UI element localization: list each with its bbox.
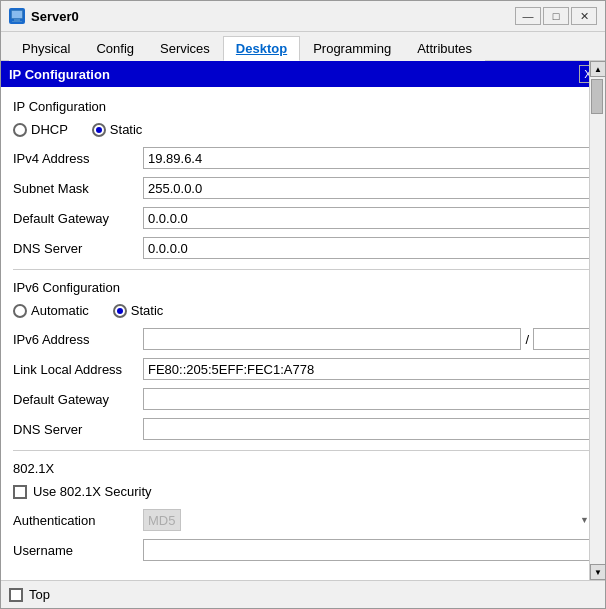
main-window: Server0 — □ ✕ Physical Config Services D… <box>0 0 606 609</box>
ipv6-default-gateway-label: Default Gateway <box>13 392 143 407</box>
ipv6-default-gateway-row: Default Gateway <box>13 388 593 410</box>
ip-config-subtitle: IP Configuration <box>13 99 593 114</box>
ipv6-dns-server-label: DNS Server <box>13 422 143 437</box>
dhcp-radio-circle <box>13 123 27 137</box>
authentication-select-wrapper: MD5 <box>143 509 593 531</box>
scrollbar: ▲ ▼ <box>589 61 605 580</box>
divider-1 <box>13 269 593 270</box>
tab-bar: Physical Config Services Desktop Program… <box>1 32 605 61</box>
title-bar: Server0 — □ ✕ <box>1 1 605 32</box>
ipv6-static-radio[interactable]: Static <box>113 303 164 318</box>
link-local-address-row: Link Local Address <box>13 358 593 380</box>
tab-desktop[interactable]: Desktop <box>223 36 300 61</box>
ipv6-address-prefix-input[interactable] <box>143 328 521 350</box>
svg-rect-1 <box>14 19 20 21</box>
window-title: Server0 <box>31 9 79 24</box>
ipv6-config-title: IPv6 Configuration <box>13 280 593 295</box>
app-icon <box>9 8 25 24</box>
username-input[interactable] <box>143 539 593 561</box>
dns-server-input[interactable] <box>143 237 593 259</box>
tab-config[interactable]: Config <box>83 36 147 61</box>
ipv6-slash: / <box>525 332 529 347</box>
title-bar-left: Server0 <box>9 8 79 24</box>
dot1x-title: 802.1X <box>13 461 593 476</box>
scrollbar-thumb[interactable] <box>591 79 603 114</box>
scroll-container: IP Configuration X IP Configuration DHCP… <box>1 61 605 580</box>
inner-content: IP Configuration DHCP Static IPv4 Addres… <box>1 87 605 577</box>
authentication-row: Authentication MD5 <box>13 509 593 531</box>
default-gateway-row: Default Gateway <box>13 207 593 229</box>
static-label: Static <box>110 122 143 137</box>
ipv6-static-label: Static <box>131 303 164 318</box>
use-dot1x-row: Use 802.1X Security <box>13 484 593 499</box>
subnet-mask-input[interactable] <box>143 177 593 199</box>
username-row: Username <box>13 539 593 561</box>
window-controls: — □ ✕ <box>515 7 597 25</box>
dhcp-label: DHCP <box>31 122 68 137</box>
scrollbar-up-button[interactable]: ▲ <box>590 61 605 77</box>
tab-attributes[interactable]: Attributes <box>404 36 485 61</box>
dns-server-label: DNS Server <box>13 241 143 256</box>
username-label: Username <box>13 543 143 558</box>
dot1x-section: 802.1X Use 802.1X Security Authenticatio… <box>13 461 593 561</box>
default-gateway-input[interactable] <box>143 207 593 229</box>
dhcp-radio[interactable]: DHCP <box>13 122 68 137</box>
ipv6-dns-server-row: DNS Server <box>13 418 593 440</box>
ipv6-address-label: IPv6 Address <box>13 332 143 347</box>
subnet-mask-label: Subnet Mask <box>13 181 143 196</box>
ipv4-address-label: IPv4 Address <box>13 151 143 166</box>
ipv4-mode-radio-group: DHCP Static <box>13 122 593 137</box>
bottom-label: Top <box>29 587 50 602</box>
tab-programming[interactable]: Programming <box>300 36 404 61</box>
ipv6-static-radio-circle <box>113 304 127 318</box>
bottom-checkbox[interactable] <box>9 588 23 602</box>
maximize-button[interactable]: □ <box>543 7 569 25</box>
ipv6-mode-radio-group: Automatic Static <box>13 303 593 318</box>
tab-physical[interactable]: Physical <box>9 36 83 61</box>
dns-server-row: DNS Server <box>13 237 593 259</box>
authentication-select[interactable]: MD5 <box>143 509 181 531</box>
close-button[interactable]: ✕ <box>571 7 597 25</box>
ipv4-address-row: IPv4 Address <box>13 147 593 169</box>
main-content: IP Configuration X IP Configuration DHCP… <box>1 61 605 580</box>
link-local-address-input[interactable] <box>143 358 593 380</box>
static-radio-circle <box>92 123 106 137</box>
minimize-button[interactable]: — <box>515 7 541 25</box>
static-radio[interactable]: Static <box>92 122 143 137</box>
tab-services[interactable]: Services <box>147 36 223 61</box>
ipv6-automatic-radio-circle <box>13 304 27 318</box>
section-header-text: IP Configuration <box>9 67 110 82</box>
ipv6-address-suffix-input[interactable] <box>533 328 593 350</box>
section-header: IP Configuration X <box>1 61 605 87</box>
ipv4-address-input[interactable] <box>143 147 593 169</box>
use-dot1x-checkbox[interactable] <box>13 485 27 499</box>
ipv6-address-row: IPv6 Address / <box>13 328 593 350</box>
ipv6-dns-server-input[interactable] <box>143 418 593 440</box>
ipv6-automatic-label: Automatic <box>31 303 89 318</box>
default-gateway-label: Default Gateway <box>13 211 143 226</box>
svg-rect-2 <box>12 21 22 22</box>
divider-2 <box>13 450 593 451</box>
subnet-mask-row: Subnet Mask <box>13 177 593 199</box>
scrollbar-track <box>590 77 605 564</box>
authentication-label: Authentication <box>13 513 143 528</box>
use-dot1x-label: Use 802.1X Security <box>33 484 152 499</box>
bottom-bar: Top <box>1 580 605 608</box>
ipv6-default-gateway-input[interactable] <box>143 388 593 410</box>
svg-rect-3 <box>12 11 22 18</box>
ipv6-automatic-radio[interactable]: Automatic <box>13 303 89 318</box>
scrollbar-down-button[interactable]: ▼ <box>590 564 605 580</box>
link-local-address-label: Link Local Address <box>13 362 143 377</box>
